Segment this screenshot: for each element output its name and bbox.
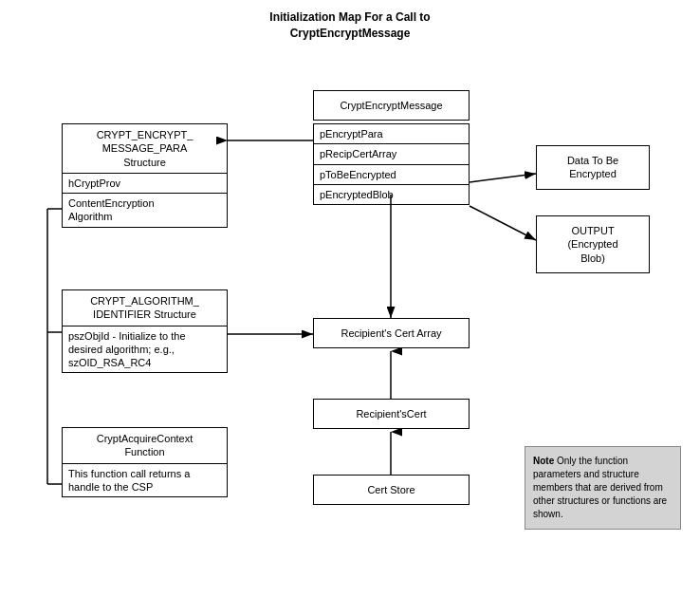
crypt-algorithm-box: CRYPT_ALGORITHM_IDENTIFIER Structure psz… — [62, 289, 228, 373]
cert-store-box: Cert Store — [313, 475, 470, 505]
param-row-encrypted-blob: pEncryptedBlob — [314, 185, 469, 204]
param-block-box: pEncryptPara pRecipCertArray pToBeEncryp… — [313, 123, 470, 205]
crypt-acquire-box: CryptAcquireContextFunction This functio… — [62, 427, 228, 497]
crypt-encrypt-para-header: CRYPT_ENCRYPT_MESSAGE_PARAStructure — [63, 124, 227, 174]
note-box: Note Only the function parameters and st… — [525, 446, 681, 530]
diagram-container: Initialization Map For a Call to CryptEn… — [0, 0, 700, 597]
param-row-encrypt-para: pEncryptPara — [314, 124, 469, 144]
crypt-algorithm-row1: pszObjId - Initialize to the desired alg… — [63, 326, 227, 373]
param-row-recip-cert: pRecipCertArray — [314, 144, 469, 164]
svg-line-5 — [470, 206, 536, 240]
recipient-cert-array-box: Recipient's Cert Array — [313, 318, 470, 348]
crypt-acquire-row1: This function call returns a handle to t… — [63, 464, 227, 497]
note-bold-label: Note — [533, 456, 554, 466]
crypt-encrypt-para-row2: ContentEncryptionAlgorithm — [63, 194, 227, 227]
crypt-encrypt-para-row1: hCryptProv — [63, 174, 227, 194]
output-encrypted-blob-box: OUTPUT(EncryptedBlob) — [536, 215, 650, 273]
svg-line-4 — [470, 174, 536, 182]
param-row-to-be-encrypted: pToBeEncrypted — [314, 165, 469, 185]
diagram-title: Initialization Map For a Call to CryptEn… — [0, 0, 700, 42]
crypt-encrypt-message-box: CryptEncryptMessage — [313, 90, 470, 121]
crypt-encrypt-para-box: CRYPT_ENCRYPT_MESSAGE_PARAStructure hCry… — [62, 123, 228, 228]
note-text: Only the function parameters and structu… — [533, 456, 667, 519]
data-to-be-encrypted-box: Data To BeEncrypted — [536, 145, 650, 190]
crypt-algorithm-header: CRYPT_ALGORITHM_IDENTIFIER Structure — [63, 290, 227, 326]
recipient-cert-box: Recipient'sCert — [313, 399, 470, 429]
crypt-acquire-header: CryptAcquireContextFunction — [63, 428, 227, 464]
